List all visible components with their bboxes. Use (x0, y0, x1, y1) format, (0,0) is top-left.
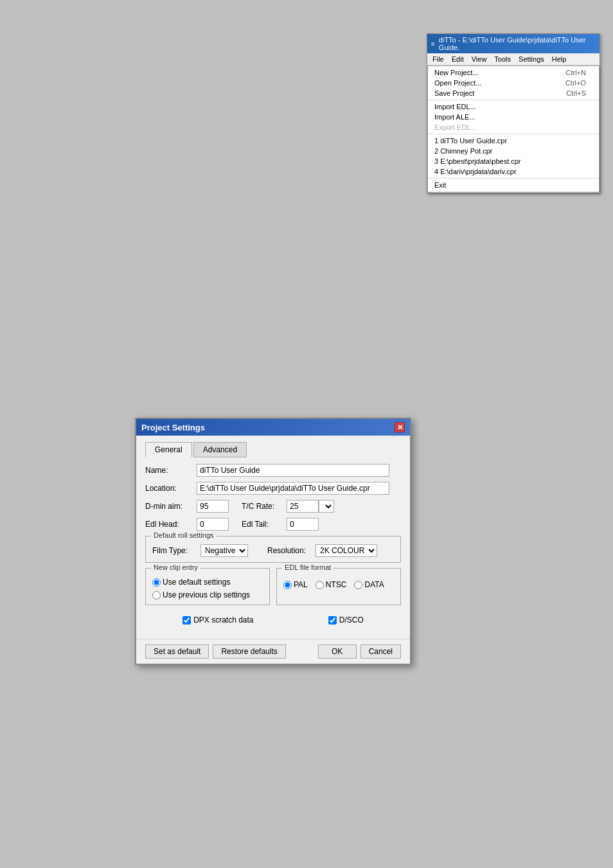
tc-rate-input[interactable] (287, 500, 319, 513)
use-default-label: Use default settings (163, 578, 230, 587)
edl-format-options: PAL NTSC DATA (283, 574, 394, 589)
use-previous-label: Use previous clip settings (163, 590, 250, 599)
edl-format-legend: EDL file format (282, 563, 333, 571)
clip-entry-options: Use default settings Use previous clip s… (152, 574, 263, 599)
name-label: Name: (145, 466, 197, 475)
footer-right-buttons: OK Cancel (318, 644, 401, 659)
edl-format-section: EDL file format PAL NTSC (276, 568, 401, 605)
set-default-button[interactable]: Set as default (145, 644, 209, 659)
menu-item-recent-1[interactable]: 1 diTTo User Guide.cpr (428, 136, 599, 146)
dialog-body: General Advanced Name: Location: D-min a… (136, 436, 410, 639)
edl-format-radio-group: PAL NTSC DATA (283, 580, 394, 589)
use-default-radio-item: Use default settings (152, 578, 263, 587)
dialog-overlay: Project Settings ✕ General Advanced Name… (135, 418, 411, 665)
dsco-item: D/SCO (328, 616, 364, 624)
ntsc-radio-item: NTSC (315, 580, 347, 589)
cancel-button[interactable]: Cancel (360, 644, 401, 659)
use-previous-radio[interactable] (152, 591, 161, 599)
close-button[interactable]: ✕ (395, 422, 405, 432)
resolution-select[interactable]: 2K COLOUR 4K COLOUR 2K BW 4K BW (315, 544, 377, 557)
dpx-scratch-checkbox[interactable] (182, 616, 191, 624)
edl-head-tail-row: Edl Head: Edl Tail: (145, 518, 401, 531)
menu-item-import-edl[interactable]: Import EDL... (428, 102, 599, 112)
dpx-scratch-item: DPX scratch data (182, 616, 253, 624)
location-input[interactable] (197, 482, 389, 495)
ntsc-radio[interactable] (315, 581, 324, 589)
clip-entry-section: New clip entry Use default settings Use … (145, 568, 270, 605)
tc-rate-select[interactable] (319, 500, 334, 513)
restore-defaults-button[interactable]: Restore defaults (213, 644, 285, 659)
dpx-scratch-label: DPX scratch data (193, 616, 253, 624)
menubar: File Edit View Tools Settings Help (427, 53, 600, 66)
tab-advanced[interactable]: Advanced (193, 442, 247, 457)
data-radio[interactable] (354, 581, 362, 589)
app-title: diTTo - E:\diTTo User Guide\prjdata\diTT… (439, 36, 596, 51)
menu-tools[interactable]: Tools (490, 54, 515, 64)
pal-radio[interactable] (283, 581, 292, 589)
menu-item-recent-2[interactable]: 2 Chimney Pot.cpr (428, 146, 599, 156)
dmin-label: D-min aim: (145, 502, 197, 511)
ntsc-label: NTSC (326, 580, 347, 589)
menu-section-new: New Project... Ctrl+N Open Project... Ct… (428, 66, 599, 100)
menu-item-import-ale[interactable]: Import ALE... (428, 112, 599, 122)
data-label: DATA (364, 580, 384, 589)
pal-radio-item: PAL (283, 580, 308, 589)
clip-edl-row: New clip entry Use default settings Use … (145, 568, 401, 610)
menu-item-exit[interactable]: Exit (428, 180, 599, 190)
file-menu-dropdown: New Project... Ctrl+N Open Project... Ct… (427, 66, 600, 193)
location-row: Location: (145, 482, 401, 495)
tab-general[interactable]: General (145, 442, 192, 457)
dsco-checkbox[interactable] (328, 616, 337, 624)
menu-item-recent-3[interactable]: 3 E:\pbest\prjdata\pbest.cpr (428, 156, 599, 166)
roll-settings-section: Default roll settings Film Type: Negativ… (145, 536, 401, 563)
dsco-label: D/SCO (339, 616, 364, 624)
menu-item-save-project[interactable]: Save Project Ctrl+S (428, 88, 599, 98)
resolution-label: Resolution: (267, 546, 309, 555)
data-radio-item: DATA (354, 580, 384, 589)
menu-settings[interactable]: Settings (515, 54, 548, 64)
dialog-footer: Set as default Restore defaults OK Cance… (136, 639, 410, 664)
clip-entry-legend: New clip entry (151, 563, 200, 571)
dialog-title: Project Settings (141, 423, 205, 432)
edl-tail-label: Edl Tail: (242, 520, 287, 529)
menu-help[interactable]: Help (548, 54, 571, 64)
location-label: Location: (145, 484, 197, 493)
tab-bar: General Advanced (145, 442, 401, 457)
edl-tail-input[interactable] (287, 518, 319, 531)
film-type-select[interactable]: Negative Positive Print (200, 544, 248, 557)
dmin-input[interactable] (197, 500, 229, 513)
roll-settings-row: Film Type: Negative Positive Print Resol… (152, 542, 394, 557)
app-icon: ≡ (431, 40, 435, 48)
menu-window: ≡ diTTo - E:\diTTo User Guide\prjdata\di… (427, 33, 600, 193)
menu-section-import: Import EDL... Import ALE... Export EDL..… (428, 100, 599, 134)
use-default-radio[interactable] (152, 578, 161, 587)
name-input[interactable] (197, 464, 389, 477)
menu-item-new-project[interactable]: New Project... Ctrl+N (428, 67, 599, 78)
ok-button[interactable]: OK (318, 644, 357, 659)
edl-head-input[interactable] (197, 518, 229, 531)
menu-view[interactable]: View (468, 54, 491, 64)
project-settings-dialog: Project Settings ✕ General Advanced Name… (135, 418, 411, 665)
tc-rate-label: T/C Rate: (242, 502, 287, 511)
roll-settings-legend: Default roll settings (151, 531, 217, 539)
menu-item-export-edl: Export EDL... (428, 122, 599, 132)
dialog-titlebar: Project Settings ✕ (136, 419, 410, 436)
app-titlebar: ≡ diTTo - E:\diTTo User Guide\prjdata\di… (427, 34, 600, 53)
menu-section-recent: 1 diTTo User Guide.cpr 2 Chimney Pot.cpr… (428, 134, 599, 179)
dmin-tcrate-row: D-min aim: T/C Rate: (145, 500, 401, 513)
name-row: Name: (145, 464, 401, 477)
menu-item-open-project[interactable]: Open Project... Ctrl+O (428, 78, 599, 88)
use-previous-radio-item: Use previous clip settings (152, 590, 263, 599)
menu-file[interactable]: File (429, 54, 448, 64)
menu-edit[interactable]: Edit (448, 54, 468, 64)
checkboxes-row: DPX scratch data D/SCO (145, 616, 401, 624)
edl-head-label: Edl Head: (145, 520, 197, 529)
menu-section-exit: Exit (428, 179, 599, 192)
pal-label: PAL (294, 580, 308, 589)
film-type-label: Film Type: (152, 546, 194, 555)
menu-item-recent-4[interactable]: 4 E:\dariv\prjdata\dariv.cpr (428, 166, 599, 177)
